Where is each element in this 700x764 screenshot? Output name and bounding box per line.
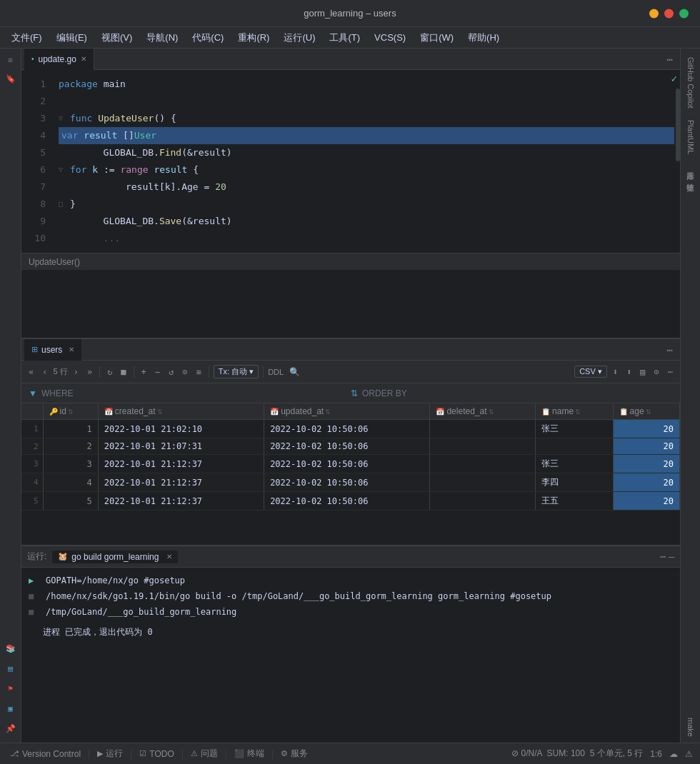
db-tab-users[interactable]: ⊞ users ✕ [24, 339, 81, 361]
tab-close-button[interactable]: ✕ [81, 55, 86, 63]
menu-help[interactable]: 帮助(H) [462, 30, 505, 46]
tab-more-button[interactable]: ⋯ [663, 54, 677, 65]
table-row[interactable]: 5 5 2022-10-01 21:12:37 2022-10-02 10:50… [21, 492, 680, 511]
minimize-button[interactable] [649, 9, 659, 18]
toolbar-next-page[interactable]: › [71, 366, 81, 378]
toolbar-preview[interactable]: ⊙ [179, 366, 190, 378]
toolbar-revert[interactable]: ↺ [166, 366, 176, 378]
menu-file[interactable]: 文件(F) [6, 30, 48, 46]
sidebar-icon-bottom2[interactable]: ▤ [2, 660, 19, 677]
status-problems[interactable]: ⚠ 问题 [188, 748, 221, 760]
table-row[interactable]: 3 3 2022-10-01 21:12:37 2022-10-02 10:50… [21, 455, 680, 473]
code-line-2 [59, 93, 674, 110]
terminal-tab-close[interactable]: ✕ [166, 553, 172, 561]
toolbar-export[interactable]: ⬇ [610, 366, 621, 378]
status-run[interactable]: ▶ 运行 [94, 748, 126, 760]
code-line-7: result[k].Age = 20 [59, 179, 674, 196]
toolbar-add-row[interactable]: + [139, 366, 149, 378]
th-id[interactable]: 🔑id⇅ [43, 403, 98, 420]
cell-updated-at: 2022-10-02 10:50:06 [264, 492, 430, 511]
toolbar-prev-page[interactable]: ‹ [39, 366, 50, 378]
toolbar-ddl-button[interactable]: DDL [268, 368, 284, 376]
toolbar-ellipsis[interactable]: ⋯ [665, 366, 676, 378]
toolbar-import[interactable]: ⬆ [624, 366, 634, 378]
close-button[interactable] [664, 9, 674, 18]
right-icon-questions[interactable]: 题库 [685, 163, 696, 169]
toolbar-first-page[interactable]: « [26, 366, 36, 378]
db-tab-more[interactable]: ⋯ [663, 344, 677, 356]
toolbar-last-page[interactable]: » [84, 366, 95, 378]
status-services[interactable]: ⚙ 服务 [278, 748, 311, 760]
fold-icon-8[interactable]: □ [59, 196, 67, 213]
cell-id: 5 [43, 492, 98, 511]
line-numbers: 1 2 3 4 5 6 7 8 9 10 [21, 70, 53, 253]
terminal-more-button[interactable]: ⋯ [660, 551, 666, 562]
sidebar-icon-1[interactable]: ≡ [2, 51, 19, 69]
status-terminal[interactable]: ⬛ 终端 [231, 748, 267, 760]
code-line-9: GLOBAL_DB.Save(&result) [59, 213, 674, 230]
db-table-container[interactable]: 🔑id⇅ 📅created_at⇅ 📅updated_at⇅ 📅deleted_… [21, 403, 680, 545]
db-tab-icon: ⊞ [31, 345, 38, 354]
menu-navigate[interactable]: 导航(N) [141, 30, 184, 46]
terminal-icon: ⬛ [234, 749, 244, 758]
sidebar-icon-bottom1[interactable]: 📚 [2, 640, 19, 657]
toolbar-refresh[interactable]: ↻ [104, 366, 115, 378]
status-version-control[interactable]: ⎇ Version Control [7, 749, 84, 759]
sidebar-icon-bottom5[interactable]: 📌 [2, 720, 19, 737]
db-section: ⊞ users ✕ ⋯ « ‹ 5 行 › » ↻ ■ + − ↺ ⊙ ≡ Tx… [21, 338, 680, 545]
th-name[interactable]: 📋name⇅ [536, 403, 613, 420]
fold-icon-6[interactable]: ▽ [59, 161, 67, 179]
code-keyword: package [59, 76, 98, 93]
toolbar-more[interactable]: ≡ [194, 366, 204, 378]
status-warning-icon: ⚠ [685, 749, 693, 759]
editor-tab-label: update.go [39, 54, 76, 64]
table-row[interactable]: 1 1 2022-10-01 21:02:10 2022-10-02 10:50… [21, 420, 680, 438]
sidebar-icon-bottom3[interactable]: ⚑ [2, 680, 19, 697]
toolbar-columns[interactable]: ▤ [637, 366, 648, 378]
maximize-button[interactable] [679, 9, 689, 18]
menu-view[interactable]: 视图(V) [96, 30, 138, 46]
menu-bar: 文件(F) 编辑(E) 视图(V) 导航(N) 代码(C) 重构(R) 运行(U… [0, 27, 700, 49]
menu-refactor[interactable]: 重构(R) [232, 30, 275, 46]
menu-edit[interactable]: 编辑(E) [51, 30, 93, 46]
terminal-line-5: 进程 已完成，退出代码为 0 [29, 625, 673, 639]
terminal-text-5: 进程 已完成，退出代码为 0 [43, 625, 153, 639]
cell-name [536, 438, 613, 455]
filter-order[interactable]: ⇅ ORDER BY [351, 388, 673, 398]
th-deleted-at[interactable]: 📅deleted_at⇅ [430, 403, 536, 420]
right-icon-copilot[interactable]: GitHub Copilot [686, 54, 695, 111]
editor-scrollbar[interactable] [676, 89, 680, 161]
filter-where[interactable]: ▼ WHERE [29, 388, 351, 398]
code-editor[interactable]: 1 2 3 4 5 6 7 8 9 10 package main [21, 70, 680, 253]
toolbar-eye[interactable]: ⊙ [651, 366, 662, 378]
right-icon-plantuml[interactable]: PlantUML [686, 117, 695, 157]
toolbar-csv-button[interactable]: CSV ▾ [574, 366, 607, 378]
sidebar-icon-bottom4[interactable]: ▣ [2, 700, 19, 717]
menu-vcs[interactable]: VCS(S) [369, 31, 411, 44]
menu-run[interactable]: 运行(U) [278, 30, 321, 46]
sidebar-icon-bookmark[interactable]: 🔖 [2, 70, 19, 87]
cell-id: 1 [43, 420, 98, 438]
terminal-label: 运行: [27, 551, 46, 563]
menu-window[interactable]: 窗口(W) [414, 30, 459, 46]
table-row[interactable]: 4 4 2022-10-01 21:12:37 2022-10-02 10:50… [21, 473, 680, 492]
fold-icon-3[interactable]: ▽ [59, 110, 67, 127]
th-updated-at[interactable]: 📅updated_at⇅ [264, 403, 430, 420]
terminal-minimize-button[interactable]: — [669, 551, 674, 562]
menu-code[interactable]: 代码(C) [186, 30, 229, 46]
menu-tools[interactable]: 工具(T) [324, 30, 366, 46]
status-todo[interactable]: ☑ TODO [136, 749, 176, 759]
terminal-tab-gobuild[interactable]: 🐹 go build gorm_learning ✕ [52, 551, 178, 563]
right-icon-agile[interactable]: 敏捷 [685, 174, 696, 180]
editor-tab-update[interactable]: • update.go ✕ [24, 49, 94, 70]
th-age[interactable]: 📋age⇅ [613, 403, 679, 420]
table-row[interactable]: 2 2 2022-10-01 21:07:31 2022-10-02 10:50… [21, 438, 680, 455]
toolbar-tx-button[interactable]: Tx: 自动 ▾ [214, 365, 259, 378]
toolbar-delete-row[interactable]: − [152, 366, 163, 378]
db-tab-close[interactable]: ✕ [69, 346, 74, 353]
toolbar-search[interactable]: 🔍 [286, 366, 303, 378]
code-content[interactable]: package main ▽ func UpdateUser() { var r… [53, 70, 680, 253]
toolbar-stop[interactable]: ■ [118, 366, 129, 378]
right-icon-make[interactable]: make [686, 715, 695, 743]
th-created-at[interactable]: 📅created_at⇅ [98, 403, 264, 420]
